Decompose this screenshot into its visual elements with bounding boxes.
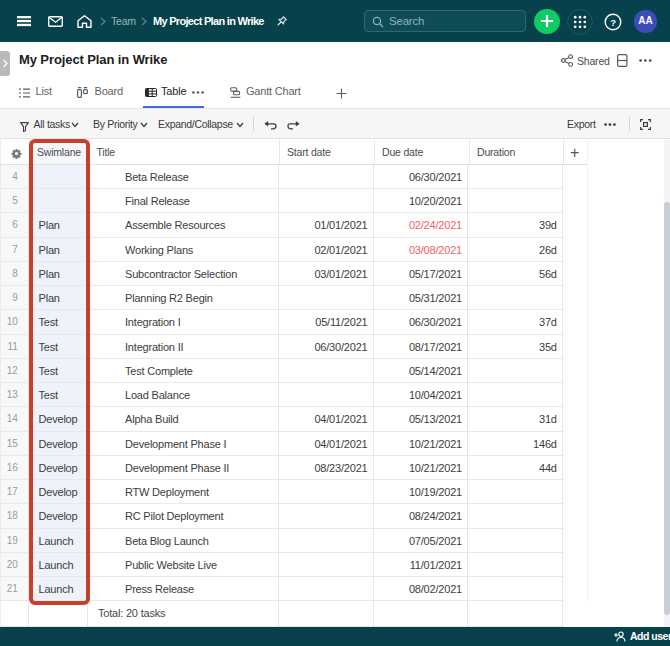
svg-text:?: ? xyxy=(610,17,616,28)
